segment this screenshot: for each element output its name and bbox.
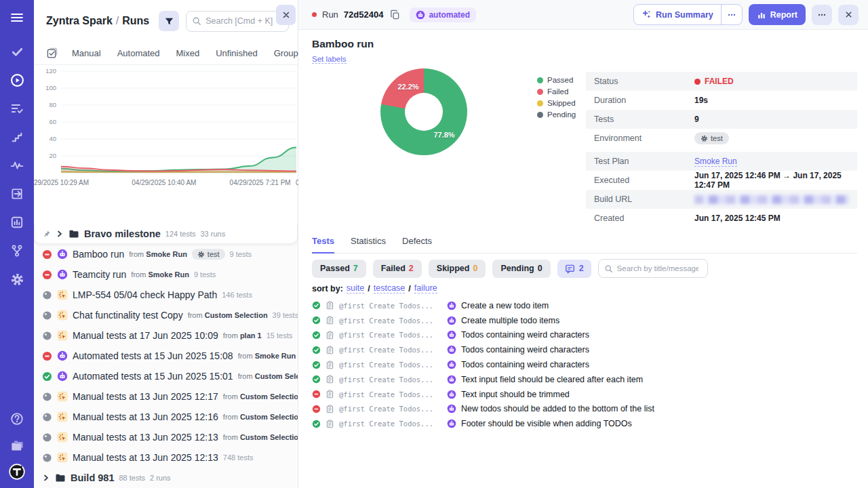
test-result-row[interactable]: @first Create Todos... Create multiple t…	[312, 313, 857, 328]
sidebar-item-branches[interactable]	[7, 241, 26, 260]
run-list-item[interactable]: Manual tests at 13 Jun 2025 12:16 Manual…	[34, 407, 298, 427]
filter-pill[interactable]: Skipped0	[429, 260, 486, 278]
run-list-item[interactable]: Manual tests at 17 Jun 2025 10:09 Manual…	[34, 325, 298, 346]
test-title: Todos containing weird characters	[461, 360, 589, 369]
run-summary-more-button[interactable]	[721, 5, 742, 24]
run-source: from Custom Selection	[223, 433, 298, 441]
detail-tab[interactable]: Statistics	[351, 236, 386, 253]
info-row: Executed Jun 17, 2025 12:46 PM → Jun 17,…	[586, 171, 857, 190]
more-actions-button[interactable]	[812, 5, 832, 25]
runs-tab[interactable]: Unfinished	[216, 48, 257, 58]
sidebar-item-runs[interactable]	[7, 70, 26, 89]
set-labels-link[interactable]: Set labels	[312, 55, 347, 64]
suite-clipboard-icon	[326, 405, 334, 413]
suite-clipboard-icon	[326, 346, 334, 354]
sort-suite-link[interactable]: suite	[347, 283, 364, 293]
run-tests-count: 15 tests	[267, 331, 293, 340]
ellipsis-icon	[727, 10, 736, 20]
run-summary-button[interactable]: Run Summary	[634, 5, 721, 24]
legend-dot	[537, 89, 543, 95]
filter-pill[interactable]: Passed7	[312, 260, 366, 278]
folder-tests-count: 124 tests	[165, 230, 196, 238]
run-list-item[interactable]: Manual tests at 13 Jun 2025 12:13 Manual…	[34, 427, 298, 447]
projects-icon[interactable]	[7, 436, 26, 455]
filter-pill[interactable]: Failed2	[373, 260, 422, 278]
info-row: Build URL	[586, 190, 857, 209]
breadcrumb-project[interactable]: Zyntra Spark	[46, 15, 113, 26]
run-list-item[interactable]: Automated tests at 15 Jun 2025 15:01 Aut…	[34, 366, 298, 386]
detail-tab[interactable]: Defects	[402, 236, 432, 253]
run-list-item[interactable]: Automated tests at 15 Jun 2025 15:08 Aut…	[34, 346, 298, 366]
run-list-item[interactable]: Bamboo run Bamboo run from Smoke Run tes…	[34, 244, 298, 264]
comments-filter-pill[interactable]: 2	[557, 260, 591, 278]
filter-button[interactable]	[159, 11, 179, 31]
test-result-row[interactable]: @first Create Todos... Text input field …	[312, 372, 857, 387]
run-list-item[interactable]: Bravo milestone 124 tests 33 runs Bravo …	[34, 224, 298, 244]
report-button[interactable]: Report	[749, 4, 806, 25]
test-result-row[interactable]: @first Create Todos... Footer should be …	[312, 416, 857, 431]
automated-test-icon	[447, 301, 456, 310]
select-all-icon[interactable]	[46, 47, 58, 59]
runs-search-input[interactable]	[205, 16, 280, 26]
manual-run-icon	[57, 432, 68, 443]
chevron-right-icon[interactable]	[42, 474, 50, 482]
automated-test-icon	[447, 390, 456, 399]
run-list-item[interactable]: Teamcity run Teamcity run from Smoke Run	[34, 264, 298, 285]
run-list-item[interactable]: Chat functinality test Copy Chat functin…	[34, 305, 298, 325]
test-result-row[interactable]: @first Create Todos... Todos containing …	[312, 342, 857, 357]
runs-tab[interactable]: Mixed	[176, 48, 200, 58]
automated-badge[interactable]: automated	[410, 7, 476, 22]
test-result-row[interactable]: @first Create Todos... Create a new todo…	[312, 298, 857, 313]
test-result-row[interactable]: @first Create Todos... Todos containing …	[312, 357, 857, 372]
info-label: Tests	[594, 115, 694, 124]
detail-tabs: TestsStatisticsDefects	[312, 236, 857, 253]
status-failed-icon	[42, 249, 52, 260]
sidebar-item-analytics[interactable]	[7, 213, 26, 232]
legend-item: Passed	[537, 76, 576, 84]
test-result-row[interactable]: @first Create Todos... Text input should…	[312, 387, 857, 402]
suite-clipboard-icon	[326, 390, 334, 399]
environment-badge: test	[192, 249, 225, 260]
sidebar-item-tests[interactable]	[7, 42, 26, 61]
test-title: Text input should be trimmed	[461, 390, 570, 399]
close-panel-button[interactable]	[276, 5, 296, 25]
copy-icon[interactable]	[390, 9, 400, 20]
automated-test-icon	[447, 345, 456, 354]
suite-path: @first Create Todos...	[339, 346, 442, 354]
menu-icon[interactable]	[7, 8, 26, 27]
sidebar-item-steps[interactable]	[7, 127, 26, 146]
folder-name: Build 981	[71, 472, 114, 483]
run-detail-panel: Run 72d52404 automated Run Summary Repor…	[298, 0, 868, 488]
detail-tab[interactable]: Tests	[312, 236, 334, 253]
suite-path: @first Create Todos...	[339, 405, 442, 413]
run-list-item[interactable]: LMP-554 05/04 check Happy Path LMP-554 0…	[34, 285, 298, 305]
runs-tab[interactable]: Manual	[72, 48, 101, 58]
run-list-item[interactable]: Build 981 88 tests 2 runs Build 981	[34, 468, 298, 488]
run-status-dot	[312, 12, 317, 17]
run-list-item[interactable]: Manual tests at 13 Jun 2025 12:13 Manual…	[34, 447, 298, 468]
run-name: Automated tests at 15 Jun 2025 15:08	[73, 350, 233, 361]
runs-search	[186, 11, 289, 32]
manual-run-icon	[57, 310, 68, 321]
test-plan-link[interactable]: Smoke Run	[694, 157, 737, 167]
test-result-row[interactable]: @first Create Todos... New todos should …	[312, 402, 857, 417]
sidebar-item-settings[interactable]	[7, 270, 26, 289]
test-result-row[interactable]: @first Create Todos... Todos containing …	[312, 328, 857, 343]
close-detail-button[interactable]	[838, 5, 859, 25]
run-list-item[interactable]: Manual tests at 13 Jun 2025 12:17 Manual…	[34, 386, 298, 407]
chevron-right-icon[interactable]	[56, 230, 64, 238]
sidebar-item-pulse[interactable]	[7, 156, 26, 175]
sidebar-item-import[interactable]	[7, 184, 26, 203]
filter-pill[interactable]: Pending0	[492, 260, 550, 278]
sort-failure-link[interactable]: failure	[414, 283, 437, 293]
suite-path: @first Create Todos...	[339, 361, 442, 369]
sidebar-item-test-plans[interactable]	[7, 99, 26, 118]
runs-tab[interactable]: Automated	[117, 48, 160, 58]
sparkles-icon	[642, 9, 652, 20]
tests-search-input[interactable]	[617, 264, 698, 272]
svg-text:120: 120	[45, 67, 56, 75]
sort-testcase-link[interactable]: testcase	[374, 283, 406, 293]
app-logo[interactable]	[7, 462, 26, 481]
gear-icon	[701, 135, 708, 142]
help-icon[interactable]	[7, 409, 26, 428]
